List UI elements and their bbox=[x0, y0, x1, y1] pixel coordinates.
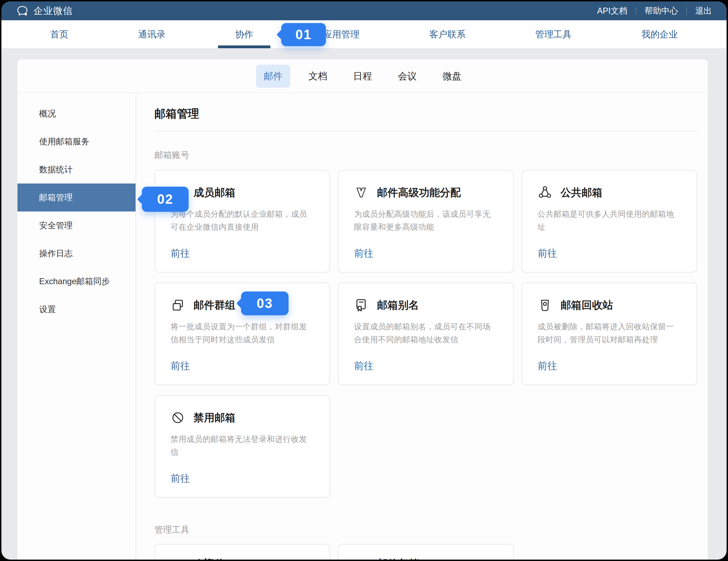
sidebar-item-overview[interactable]: 概况 bbox=[17, 100, 136, 128]
card-title: 成员邮箱 bbox=[194, 186, 235, 200]
sidebar-item-mailbox-management[interactable]: 邮箱管理 bbox=[17, 184, 136, 211]
card-title: 欢迎信 bbox=[194, 557, 225, 560]
archive-icon bbox=[354, 556, 369, 560]
card-desc: 成员被删除，邮箱将进入回收站保留一段时间，管理员可以对邮箱再处理 bbox=[538, 320, 681, 346]
logout-link[interactable]: 退出 bbox=[687, 5, 712, 16]
nav-my-company[interactable]: 我的企业 bbox=[641, 20, 678, 48]
primary-nav: 首页 通讯录 协作 应用管理 客户联系 管理工具 我的企业 bbox=[1, 20, 727, 48]
step-callout-02: 02 bbox=[142, 187, 189, 212]
card-welcome-letter: 欢迎信 bbox=[154, 544, 330, 560]
go-link[interactable]: 前往 bbox=[538, 247, 557, 260]
card-title: 邮箱回收站 bbox=[561, 298, 613, 312]
share-icon bbox=[538, 185, 552, 200]
letter-icon bbox=[170, 556, 185, 560]
bookmark-icon bbox=[354, 298, 369, 312]
card-desc: 将一批成员设置为一个群组，对群组发信相当于同时对这些成员发信 bbox=[170, 320, 314, 346]
go-link[interactable]: 前往 bbox=[354, 359, 373, 373]
card-desc: 公共邮箱是可供多人共同使用的邮箱地址 bbox=[538, 208, 681, 234]
card-title: 邮件高级功能分配 bbox=[377, 186, 461, 200]
sidebar-item-use-mail-service[interactable]: 使用邮箱服务 bbox=[17, 128, 136, 156]
topbar: 企业微信 API文档 帮助中心 退出 bbox=[1, 1, 727, 20]
block-icon bbox=[170, 410, 185, 425]
tab-docs[interactable]: 文档 bbox=[301, 65, 335, 88]
brand-name: 企业微信 bbox=[34, 5, 73, 17]
nav-management-tools[interactable]: 管理工具 bbox=[535, 20, 572, 48]
card-desc: 为每个成员分配的默认企业邮箱，成员可在企业微信内直接使用 bbox=[170, 208, 314, 234]
card-member-mailbox: 成员邮箱 为每个成员分配的默认企业邮箱，成员可在企业微信内直接使用 前往 bbox=[154, 170, 330, 273]
card-desc: 设置成员的邮箱别名，成员可在不同场合使用不同的邮箱地址收发信 bbox=[354, 320, 497, 346]
card-title: 禁用邮箱 bbox=[194, 411, 235, 425]
topbar-links: API文档 帮助中心 退出 bbox=[589, 5, 712, 16]
sidebar-item-exchange-sync[interactable]: Exchange邮箱同步 bbox=[17, 267, 136, 295]
go-link[interactable]: 前往 bbox=[354, 247, 373, 260]
sidebar-item-data-statistics[interactable]: 数据统计 bbox=[17, 156, 136, 184]
brand: 企业微信 bbox=[16, 5, 73, 17]
card-desc: 禁用成员的邮箱将无法登录和进行收发信 bbox=[170, 433, 314, 459]
step-callout-03: 03 bbox=[241, 292, 289, 315]
vip-icon bbox=[354, 185, 369, 200]
card-title: 公共邮箱 bbox=[561, 186, 603, 200]
sidebar-item-settings[interactable]: 设置 bbox=[17, 295, 136, 323]
trash-icon bbox=[538, 298, 552, 312]
nav-contacts[interactable]: 通讯录 bbox=[138, 20, 166, 48]
mail-account-cards: 成员邮箱 为每个成员分配的默认企业邮箱，成员可在企业微信内直接使用 前往 bbox=[154, 170, 697, 498]
card-advanced-features: 邮件高级功能分配 为成员分配高级功能后，该成员可享无限容量和更多高级功能 前往 bbox=[338, 170, 514, 273]
section-label-management-tools: 管理工具 bbox=[154, 524, 697, 535]
card-title: 邮件群组 bbox=[194, 298, 235, 312]
card-title: 邮件归档 bbox=[377, 557, 419, 560]
panel-body: 概况 使用邮箱服务 数据统计 邮箱管理 安全管理 操作日志 Exchange邮箱… bbox=[17, 93, 708, 560]
divider bbox=[154, 131, 697, 131]
main-panel: 邮件 文档 日程 会议 微盘 概况 使用邮箱服务 数据统计 邮箱管理 安全管理 … bbox=[17, 59, 708, 560]
go-link[interactable]: 前往 bbox=[170, 472, 190, 485]
sidebar-item-security-management[interactable]: 安全管理 bbox=[17, 211, 136, 239]
api-docs-link[interactable]: API文档 bbox=[589, 5, 636, 16]
nav-app-management[interactable]: 应用管理 bbox=[323, 20, 359, 48]
help-center-link[interactable]: 帮助中心 bbox=[636, 5, 686, 16]
mail-sidebar: 概况 使用邮箱服务 数据统计 邮箱管理 安全管理 操作日志 Exchange邮箱… bbox=[17, 93, 136, 560]
card-mailbox-recycle-bin: 邮箱回收站 成员被删除，邮箱将进入回收站保留一段时间，管理员可以对邮箱再处理 前… bbox=[522, 282, 697, 385]
card-mailbox-alias: 邮箱别名 设置成员的邮箱别名，成员可在不同场合使用不同的邮箱地址收发信 前往 bbox=[338, 282, 514, 385]
nav-collaboration[interactable]: 协作 bbox=[235, 20, 253, 48]
sidebar-item-operation-log[interactable]: 操作日志 bbox=[17, 239, 136, 267]
go-link[interactable]: 前往 bbox=[170, 247, 190, 260]
tab-mail[interactable]: 邮件 bbox=[256, 65, 290, 88]
card-desc: 为成员分配高级功能后，该成员可享无限容量和更多高级功能 bbox=[354, 208, 497, 234]
card-disabled-mailbox: 禁用邮箱 禁用成员的邮箱将无法登录和进行收发信 前往 bbox=[154, 395, 330, 498]
page-title: 邮箱管理 bbox=[154, 107, 697, 120]
management-tool-cards: 欢迎信 邮件归档 bbox=[154, 544, 697, 560]
step-callout-01: 01 bbox=[281, 23, 326, 46]
sparkle-icon bbox=[431, 559, 441, 560]
nav-customer-contact[interactable]: 客户联系 bbox=[429, 20, 466, 48]
tab-drive[interactable]: 微盘 bbox=[435, 65, 469, 88]
go-link[interactable]: 前往 bbox=[170, 359, 190, 373]
card-public-mailbox: 公共邮箱 公共邮箱是可供多人共同使用的邮箱地址 前往 bbox=[522, 170, 697, 273]
tab-schedule[interactable]: 日程 bbox=[345, 65, 380, 88]
tab-meeting[interactable]: 会议 bbox=[390, 65, 424, 88]
app-window: 企业微信 API文档 帮助中心 退出 首页 通讯录 协作 应用管理 客户联系 管… bbox=[1, 1, 727, 560]
go-link[interactable]: 前往 bbox=[538, 359, 557, 373]
wework-logo-icon bbox=[16, 5, 29, 17]
card-mail-archive: 邮件归档 bbox=[338, 544, 514, 560]
copy-icon bbox=[170, 298, 185, 312]
collab-subtabs: 邮件 文档 日程 会议 微盘 bbox=[17, 59, 708, 93]
card-title: 邮箱别名 bbox=[377, 298, 419, 312]
content-area: 邮箱管理 邮箱账号 成员邮箱 bbox=[136, 93, 708, 560]
nav-home[interactable]: 首页 bbox=[50, 20, 68, 48]
section-label-mail-accounts: 邮箱账号 bbox=[154, 150, 697, 160]
